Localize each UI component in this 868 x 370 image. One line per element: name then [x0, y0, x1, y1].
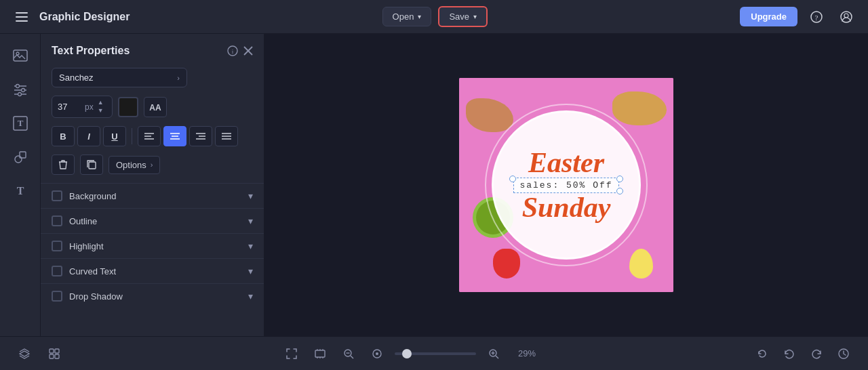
accordion-highlight-header[interactable]: Highlight ▾	[41, 234, 264, 258]
trash-icon	[58, 159, 68, 170]
accordion-background-header[interactable]: Background ▾	[41, 184, 264, 208]
zoom-out-icon	[343, 348, 354, 359]
shapes-tool[interactable]	[7, 144, 34, 171]
fit-view-button[interactable]	[281, 343, 302, 365]
text-icon: T	[13, 116, 28, 131]
zoom-out-button[interactable]	[338, 343, 359, 365]
strawberry-decoration	[493, 249, 520, 279]
help-button[interactable]: ?	[806, 6, 827, 28]
panel-info-button[interactable]: i	[227, 45, 238, 56]
images-tool[interactable]	[7, 42, 34, 69]
undo-icon	[783, 348, 795, 360]
handle-tr[interactable]	[616, 176, 623, 182]
zoom-in-button[interactable]	[483, 343, 505, 365]
aspect-ratio-button[interactable]	[309, 343, 331, 365]
size-unit: px	[85, 102, 94, 112]
canvas-image: Easter sales: 50% Off Sunday	[459, 78, 673, 292]
panel-close-button[interactable]	[243, 45, 253, 56]
undo-button[interactable]	[778, 343, 800, 365]
highlight-label: Highlight	[69, 241, 104, 251]
canvas-area[interactable]: Easter sales: 50% Off Sunday	[264, 34, 868, 336]
font-selector[interactable]: Sanchez ›	[52, 68, 187, 87]
hamburger-button[interactable]	[11, 6, 33, 28]
sales-text[interactable]: sales: 50% Off	[513, 178, 618, 193]
curved-text-checkbox[interactable]	[52, 266, 62, 276]
account-icon	[840, 11, 852, 23]
svg-point-10	[16, 85, 19, 88]
layers-button[interactable]	[14, 343, 35, 365]
utility-row: Options ›	[41, 152, 264, 183]
align-left-button[interactable]	[138, 126, 161, 146]
duplicate-button[interactable]	[80, 155, 103, 175]
rotate-ccw-button[interactable]	[751, 343, 773, 365]
filters-tool[interactable]	[7, 76, 34, 103]
save-button[interactable]: Save ▾	[438, 6, 488, 27]
svg-rect-37	[50, 349, 54, 353]
bottom-right	[751, 343, 854, 365]
highlight-checkbox[interactable]	[52, 241, 62, 251]
outline-chevron-icon: ▾	[248, 215, 253, 226]
accordion-drop-shadow: Drop Shadow ▾	[41, 283, 264, 308]
grid-button[interactable]	[43, 343, 65, 365]
duplicate-icon	[86, 159, 97, 170]
color-swatch[interactable]	[118, 97, 138, 117]
italic-button[interactable]: I	[77, 126, 100, 146]
font-size-input[interactable]	[58, 102, 85, 112]
croissant-decoration	[612, 91, 667, 125]
panel-header-icons: i	[227, 45, 253, 56]
upgrade-button[interactable]: Upgrade	[740, 7, 797, 26]
font-row: Sanchez ›	[41, 65, 264, 93]
accordion-curved-text-header[interactable]: Curved Text ▾	[41, 259, 264, 283]
accordion-outline-header[interactable]: Outline ▾	[41, 209, 264, 233]
redo-button[interactable]	[806, 343, 827, 365]
underline-button[interactable]: U	[103, 126, 126, 146]
account-button[interactable]	[835, 6, 857, 28]
curved-text-label: Curved Text	[69, 266, 116, 276]
zoom-slider[interactable]	[395, 352, 476, 355]
align-right-button[interactable]	[189, 126, 212, 146]
align-left-icon	[144, 132, 154, 140]
size-up-button[interactable]: ▲	[96, 99, 105, 106]
open-button[interactable]: Open ▾	[382, 7, 432, 26]
size-down-button[interactable]: ▼	[96, 107, 105, 115]
zoom-circle-button[interactable]	[366, 343, 388, 365]
align-center-button[interactable]	[163, 126, 186, 146]
body: T T Text Properties i	[0, 34, 868, 336]
svg-rect-7	[14, 50, 27, 61]
panel-header: Text Properties i	[41, 34, 264, 65]
shapes-icon	[13, 150, 28, 165]
drop-shadow-chevron-icon: ▾	[248, 291, 253, 302]
handle-br[interactable]	[616, 188, 623, 194]
accordion-outline: Outline ▾	[41, 208, 264, 233]
options-chevron-icon: ›	[151, 161, 153, 169]
bold-button[interactable]: B	[52, 126, 75, 146]
background-checkbox[interactable]	[52, 190, 62, 201]
help-icon: ?	[810, 11, 823, 23]
size-row: px ▲ ▼ AA	[41, 93, 264, 123]
zoom-fit-icon	[372, 348, 382, 359]
options-button[interactable]: Options ›	[108, 156, 160, 174]
sliders-icon	[13, 82, 28, 97]
header-center: Open ▾ Save ▾	[382, 6, 488, 27]
grid-icon	[48, 348, 60, 360]
format-divider	[132, 128, 132, 144]
accordion-outline-left: Outline	[52, 215, 97, 226]
text-transform-button[interactable]: AA	[144, 97, 167, 117]
align-justify-button[interactable]	[215, 126, 238, 146]
svg-rect-38	[55, 349, 59, 353]
text-add-tool[interactable]: T	[7, 178, 34, 205]
align-right-icon	[196, 132, 205, 140]
history-button[interactable]	[833, 343, 854, 365]
text-tool[interactable]: T	[7, 110, 34, 137]
hamburger-icon	[16, 12, 28, 22]
svg-point-46	[376, 352, 378, 355]
info-icon: i	[227, 45, 238, 56]
accordion-drop-shadow-header[interactable]: Drop Shadow ▾	[41, 284, 264, 308]
drop-shadow-checkbox[interactable]	[52, 291, 62, 302]
open-chevron-icon: ▾	[418, 13, 421, 20]
outline-checkbox[interactable]	[52, 215, 62, 226]
format-row: B I U	[41, 123, 264, 152]
delete-button[interactable]	[52, 155, 75, 175]
bottom-bar: 29%	[0, 336, 868, 370]
svg-text:T: T	[17, 118, 23, 128]
